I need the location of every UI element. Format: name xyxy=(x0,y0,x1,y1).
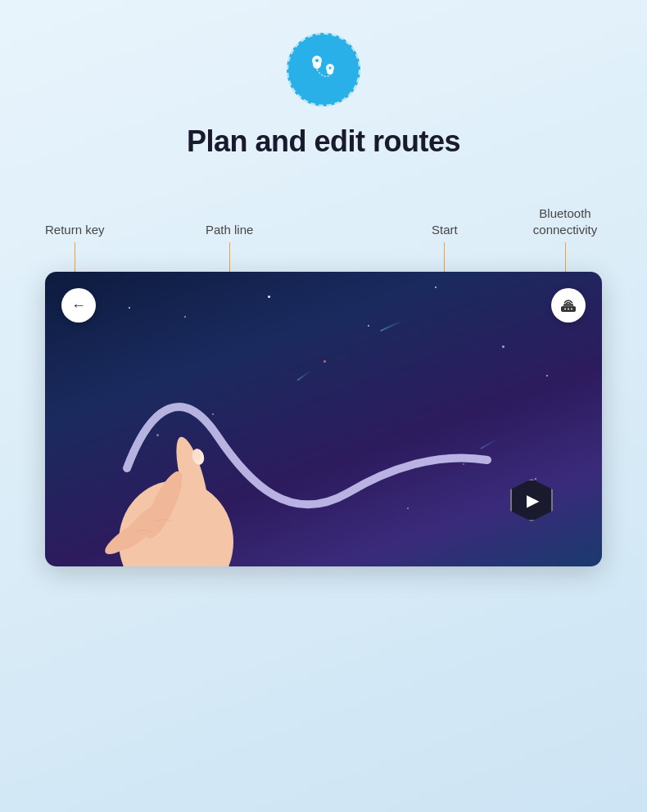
label-line-bluetooth xyxy=(565,242,566,272)
svg-point-2 xyxy=(327,68,333,74)
hex-play-shape: ▶ xyxy=(510,479,553,521)
svg-point-3 xyxy=(329,67,332,70)
svg-point-8 xyxy=(571,309,572,310)
bluetooth-icon xyxy=(558,296,579,314)
page-title: Plan and edit routes xyxy=(187,124,460,159)
screenshot-background: ← xyxy=(45,272,602,566)
label-return-key: Return key xyxy=(45,222,105,273)
label-line-return xyxy=(75,242,75,272)
svg-point-6 xyxy=(564,309,566,310)
svg-point-1 xyxy=(315,59,319,62)
start-button[interactable]: ▶ xyxy=(510,479,553,521)
label-line-path xyxy=(229,242,230,272)
svg-point-7 xyxy=(568,309,569,310)
bluetooth-button[interactable] xyxy=(551,288,586,323)
label-bluetooth: Bluetooth connectivity xyxy=(528,205,602,272)
label-path-line: Path line xyxy=(206,222,253,273)
map-routes-icon xyxy=(302,48,345,91)
svg-rect-5 xyxy=(563,304,573,307)
play-icon: ▶ xyxy=(527,490,539,510)
label-start: Start xyxy=(432,222,458,273)
app-icon xyxy=(287,33,360,106)
hand-illustration xyxy=(70,395,283,566)
return-button[interactable]: ← xyxy=(61,288,96,323)
svg-point-0 xyxy=(313,61,321,69)
hand-svg xyxy=(70,395,283,566)
labels-row: Return key Path line Start Bluetooth con… xyxy=(45,198,602,272)
return-arrow-icon: ← xyxy=(71,297,86,314)
screenshot-area: ← xyxy=(45,272,602,566)
label-line-start xyxy=(444,242,445,272)
